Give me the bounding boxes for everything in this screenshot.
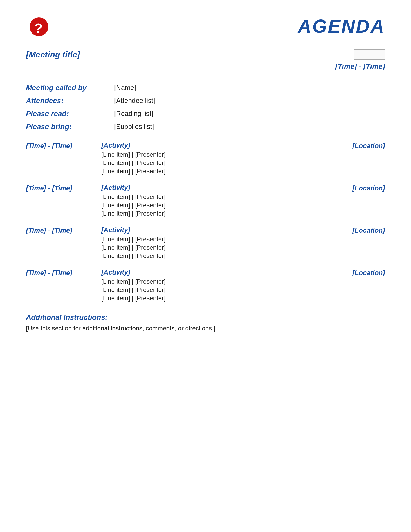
agenda-line-item-0-1: [Line item] | [Presenter] [101, 159, 328, 167]
agenda-activity-block-3: [Activity][Line item] | [Presenter][Line… [99, 268, 328, 303]
agenda-line-item-0-0: [Line item] | [Presenter] [101, 151, 328, 158]
agenda-items-section: [Time] - [Time][Activity][Line item] | [… [26, 141, 385, 303]
please-bring-row: Please bring: [Supplies list] [26, 123, 385, 131]
agenda-item-row: [Time] - [Time][Activity][Line item] | [… [26, 226, 385, 261]
agenda-activity-title-2: [Activity] [101, 226, 328, 234]
additional-instructions-text: [Use this section for additional instruc… [26, 325, 385, 332]
header-time-range: [Time] - [Time] [335, 62, 385, 71]
logo-icon: ? [29, 17, 49, 38]
agenda-line-item-2-1: [Line item] | [Presenter] [101, 244, 328, 251]
attendees-label: Attendees: [26, 97, 114, 105]
header-time-range-row: [Time] - [Time] [26, 62, 385, 71]
please-read-label: Please read: [26, 110, 114, 118]
agenda-line-item-2-2: [Line item] | [Presenter] [101, 252, 328, 260]
agenda-line-item-3-0: [Line item] | [Presenter] [101, 278, 328, 285]
please-bring-value: [Supplies list] [114, 123, 154, 131]
page-header: ? AGENDA [26, 16, 385, 39]
agenda-activity-block-2: [Activity][Line item] | [Presenter][Line… [99, 226, 328, 261]
info-section: Meeting called by [Name] Attendees: [Att… [26, 84, 385, 131]
date-input-box[interactable] [354, 49, 385, 60]
agenda-line-item-0-2: [Line item] | [Presenter] [101, 168, 328, 175]
attendees-row: Attendees: [Attendee list] [26, 97, 385, 105]
agenda-item-row: [Time] - [Time][Activity][Line item] | [… [26, 268, 385, 303]
agenda-location-2: [Location] [328, 226, 385, 235]
agenda-location-3: [Location] [328, 268, 385, 277]
agenda-activity-block-1: [Activity][Line item] | [Presenter][Line… [99, 184, 328, 218]
agenda-time-2: [Time] - [Time] [26, 226, 99, 235]
agenda-line-item-1-1: [Line item] | [Presenter] [101, 202, 328, 209]
agenda-line-item-1-2: [Line item] | [Presenter] [101, 210, 328, 217]
meeting-called-by-value: [Name] [114, 84, 136, 92]
agenda-time-3: [Time] - [Time] [26, 268, 99, 277]
additional-instructions-title: Additional Instructions: [26, 313, 385, 322]
agenda-activity-title-3: [Activity] [101, 268, 328, 276]
meeting-called-by-label: Meeting called by [26, 84, 114, 92]
agenda-line-item-2-0: [Line item] | [Presenter] [101, 236, 328, 243]
agenda-location-1: [Location] [328, 184, 385, 192]
agenda-item-row: [Time] - [Time][Activity][Line item] | [… [26, 184, 385, 218]
please-read-value: [Reading list] [114, 110, 153, 118]
please-bring-label: Please bring: [26, 123, 114, 131]
agenda-time-0: [Time] - [Time] [26, 141, 99, 150]
agenda-line-item-3-1: [Line item] | [Presenter] [101, 286, 328, 294]
additional-instructions-section: Additional Instructions: [Use this secti… [26, 313, 385, 332]
please-read-row: Please read: [Reading list] [26, 110, 385, 118]
agenda-time-1: [Time] - [Time] [26, 184, 99, 192]
logo: ? [26, 16, 52, 39]
agenda-location-0: [Location] [328, 141, 385, 150]
meeting-title-row: [Meeting title] [26, 49, 385, 60]
agenda-line-item-3-2: [Line item] | [Presenter] [101, 295, 328, 302]
agenda-activity-title-0: [Activity] [101, 141, 328, 149]
agenda-title-text: AGENDA [298, 16, 385, 37]
agenda-item-row: [Time] - [Time][Activity][Line item] | [… [26, 141, 385, 176]
agenda-activity-title-1: [Activity] [101, 184, 328, 192]
meeting-title-label: [Meeting title] [26, 50, 80, 59]
agenda-line-item-1-0: [Line item] | [Presenter] [101, 193, 328, 201]
agenda-activity-block-0: [Activity][Line item] | [Presenter][Line… [99, 141, 328, 176]
attendees-value: [Attendee list] [114, 97, 155, 105]
meeting-called-by-row: Meeting called by [Name] [26, 84, 385, 92]
svg-text:?: ? [34, 21, 43, 36]
